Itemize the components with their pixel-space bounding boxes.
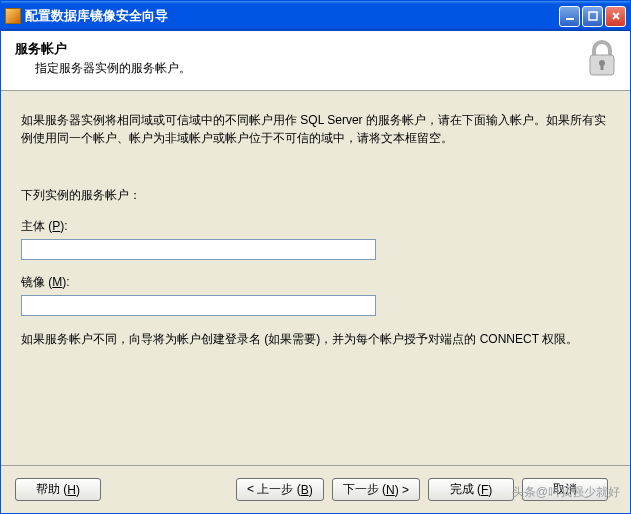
svg-rect-0 bbox=[566, 18, 574, 20]
close-icon bbox=[611, 11, 621, 21]
titlebar: 配置数据库镜像安全向导 bbox=[1, 1, 630, 31]
principal-input[interactable] bbox=[21, 239, 376, 260]
lock-icon bbox=[584, 39, 620, 79]
page-title: 服务帐户 bbox=[15, 40, 616, 58]
wizard-header: 服务帐户 指定服务器实例的服务帐户。 bbox=[1, 31, 630, 91]
minimize-icon bbox=[565, 11, 575, 21]
finish-button[interactable]: 完成 (F) bbox=[428, 478, 514, 501]
wizard-window: 配置数据库镜像安全向导 服务帐户 指定服务器实例的服务帐户。 如果服务器实例将相… bbox=[0, 0, 631, 514]
mirror-label-pre: 镜像 ( bbox=[21, 275, 52, 289]
svg-rect-6 bbox=[601, 64, 604, 70]
back-button[interactable]: < 上一步 (B) bbox=[236, 478, 324, 501]
section-label: 下列实例的服务帐户： bbox=[21, 187, 610, 204]
maximize-button[interactable] bbox=[582, 6, 603, 27]
mirror-label: 镜像 (M): bbox=[21, 274, 610, 291]
mirror-input[interactable] bbox=[21, 295, 376, 316]
window-title: 配置数据库镜像安全向导 bbox=[25, 7, 559, 25]
principal-label-post: ): bbox=[60, 219, 67, 233]
minimize-button[interactable] bbox=[559, 6, 580, 27]
mirror-label-key: M bbox=[52, 275, 62, 289]
close-button[interactable] bbox=[605, 6, 626, 27]
maximize-icon bbox=[588, 11, 598, 21]
button-bar: 帮助 (H) < 上一步 (B) 下一步 (N) > 完成 (F) 取消 头条@… bbox=[1, 465, 630, 513]
window-controls bbox=[559, 6, 626, 27]
header-text: 服务帐户 指定服务器实例的服务帐户。 bbox=[15, 40, 616, 77]
page-subtitle: 指定服务器实例的服务帐户。 bbox=[35, 60, 616, 77]
principal-label-pre: 主体 ( bbox=[21, 219, 52, 233]
mirror-label-post: ): bbox=[62, 275, 69, 289]
wizard-content: 如果服务器实例将相同域或可信域中的不同帐户用作 SQL Server 的服务帐户… bbox=[1, 91, 630, 465]
svg-rect-1 bbox=[589, 12, 597, 20]
next-button[interactable]: 下一步 (N) > bbox=[332, 478, 420, 501]
help-button[interactable]: 帮助 (H) bbox=[15, 478, 101, 501]
description-text: 如果服务器实例将相同域或可信域中的不同帐户用作 SQL Server 的服务帐户… bbox=[21, 111, 610, 147]
principal-label: 主体 (P): bbox=[21, 218, 610, 235]
note-text: 如果服务帐户不同，向导将为帐户创建登录名 (如果需要)，并为每个帐户授予对端点的… bbox=[21, 330, 610, 348]
app-icon bbox=[5, 8, 21, 24]
cancel-button[interactable]: 取消 bbox=[522, 478, 608, 501]
